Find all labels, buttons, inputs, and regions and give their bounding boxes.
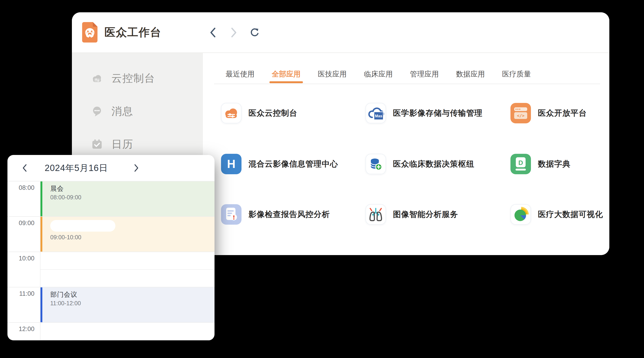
pie-chart-icon bbox=[510, 204, 531, 225]
app-label: 影像检查报告风控分析 bbox=[248, 209, 330, 220]
content-area: 最近使用 全部应用 医技应用 临床应用 管理应用 数据应用 医疗质量 bbox=[203, 53, 609, 255]
cloud-mas-icon: Mas bbox=[366, 103, 386, 123]
app-card-big-data-visualization[interactable]: 医疗大数据可视化 bbox=[510, 204, 603, 225]
chevron-left-icon bbox=[22, 164, 27, 172]
event-time: 09:00-10:00 bbox=[50, 233, 214, 241]
calendar-event-department-meeting[interactable]: 部门会议 11:00-12:00 bbox=[40, 287, 214, 322]
svg-text:Mas: Mas bbox=[375, 114, 382, 118]
tab-data-apps[interactable]: 数据应用 bbox=[456, 67, 485, 81]
tab-all-apps[interactable]: 全部应用 bbox=[271, 67, 301, 81]
app-label: 医众临床数据决策枢纽 bbox=[393, 159, 474, 169]
redacted-event-title bbox=[50, 220, 116, 232]
tab-bar: 最近使用 全部应用 医技应用 临床应用 管理应用 数据应用 医疗质量 bbox=[225, 67, 532, 81]
message-bubble-icon bbox=[91, 105, 103, 117]
calendar-date: 2024年5月16日 bbox=[30, 162, 123, 174]
back-button[interactable] bbox=[208, 27, 218, 38]
app-label: 医众开放平台 bbox=[538, 108, 587, 119]
app-label: 混合云影像信息管理中心 bbox=[248, 159, 338, 169]
app-card-report-risk-analysis[interactable]: 影像检查报告风控分析 bbox=[221, 204, 330, 225]
browser-code-icon: </> bbox=[510, 103, 531, 123]
forward-button[interactable] bbox=[229, 27, 239, 38]
half-hour-line bbox=[40, 340, 214, 340]
event-time: 11:00-12:00 bbox=[50, 299, 214, 307]
calendar-body: 08:00 09:00 10:00 11:00 12:00 晨会 08:00-0… bbox=[8, 181, 214, 340]
app-title: 医众工作台 bbox=[104, 12, 162, 52]
svg-text:</>: </> bbox=[517, 113, 525, 118]
event-title: 部门会议 bbox=[50, 290, 214, 299]
time-label: 08:00 bbox=[8, 181, 40, 191]
tab-admin-apps[interactable]: 管理应用 bbox=[410, 67, 439, 81]
nav-buttons bbox=[208, 12, 260, 52]
sidebar-item-label: 消息 bbox=[112, 104, 133, 118]
sidebar-item-cloud-console[interactable]: 云控制台 bbox=[72, 62, 203, 95]
refresh-icon bbox=[250, 27, 260, 38]
app-card-open-platform[interactable]: </> 医众开放平台 bbox=[510, 103, 587, 123]
sidebar-item-label: 日历 bbox=[112, 137, 133, 151]
time-label: 10:00 bbox=[8, 252, 40, 262]
calendar-check-icon bbox=[91, 138, 103, 150]
app-card-data-dictionary[interactable]: D 数据字典 bbox=[510, 154, 570, 174]
active-tab-underline bbox=[270, 81, 303, 83]
svg-text:D: D bbox=[518, 159, 523, 166]
tab-recently-used[interactable]: 最近使用 bbox=[225, 67, 255, 81]
time-label: 12:00 bbox=[8, 323, 40, 333]
half-hour-line bbox=[40, 269, 214, 270]
cloud-settings-icon bbox=[221, 103, 242, 123]
tab-quality[interactable]: 医疗质量 bbox=[502, 67, 532, 81]
sidebar-item-label: 云控制台 bbox=[112, 71, 155, 85]
app-label: 医疗大数据可视化 bbox=[538, 209, 603, 220]
app-label: 医众云控制台 bbox=[248, 108, 297, 119]
app-label: 图像智能分析服务 bbox=[393, 209, 458, 220]
app-card-pacs-storage[interactable]: Mas 医学影像存储与传输管理 bbox=[366, 103, 482, 123]
dictionary-book-icon: D bbox=[510, 154, 531, 174]
calendar-header: 2024年5月16日 bbox=[8, 155, 214, 181]
cloud-settings-icon bbox=[91, 72, 103, 84]
calendar-hour-row: 12:00 bbox=[8, 322, 214, 340]
event-time: 08:00-09:00 bbox=[50, 193, 214, 201]
refresh-button[interactable] bbox=[250, 27, 260, 38]
app-logo-icon bbox=[82, 22, 98, 43]
time-label: 09:00 bbox=[8, 217, 40, 227]
chevron-right-icon bbox=[134, 164, 139, 172]
calendar-next-button[interactable] bbox=[131, 163, 142, 173]
report-warning-icon bbox=[221, 204, 242, 225]
app-label: 数据字典 bbox=[538, 159, 570, 169]
event-title: 晨会 bbox=[50, 184, 214, 193]
lungs-icon bbox=[366, 204, 386, 225]
chevron-left-icon bbox=[210, 27, 216, 38]
time-label: 11:00 bbox=[8, 287, 40, 297]
tabbar-divider bbox=[214, 84, 600, 84]
sidebar-item-messages[interactable]: 消息 bbox=[72, 95, 203, 128]
tab-clinical-apps[interactable]: 临床应用 bbox=[364, 67, 393, 81]
app-card-cloud-console[interactable]: 医众云控制台 bbox=[221, 103, 297, 123]
app-card-image-ai-analysis[interactable]: 图像智能分析服务 bbox=[366, 204, 458, 225]
calendar-prev-button[interactable] bbox=[20, 163, 30, 173]
chevron-right-icon bbox=[230, 27, 237, 38]
app-card-hybrid-cloud-imaging[interactable]: H 混合云影像信息管理中心 bbox=[221, 154, 338, 174]
titlebar: 医众工作台 bbox=[72, 12, 609, 53]
database-plus-icon bbox=[366, 154, 386, 174]
tab-medtech-apps[interactable]: 医技应用 bbox=[317, 67, 347, 81]
letter-h-icon: H bbox=[221, 154, 242, 174]
calendar-panel: 2024年5月16日 08:00 09:00 10:00 11:00 12:00 bbox=[8, 155, 214, 340]
app-label: 医学影像存储与传输管理 bbox=[393, 108, 482, 119]
calendar-event-morning-meeting[interactable]: 晨会 08:00-09:00 bbox=[40, 181, 214, 216]
calendar-event-redacted[interactable]: 09:00-10:00 bbox=[40, 217, 214, 252]
app-card-clinical-data-hub[interactable]: 医众临床数据决策枢纽 bbox=[366, 154, 474, 174]
